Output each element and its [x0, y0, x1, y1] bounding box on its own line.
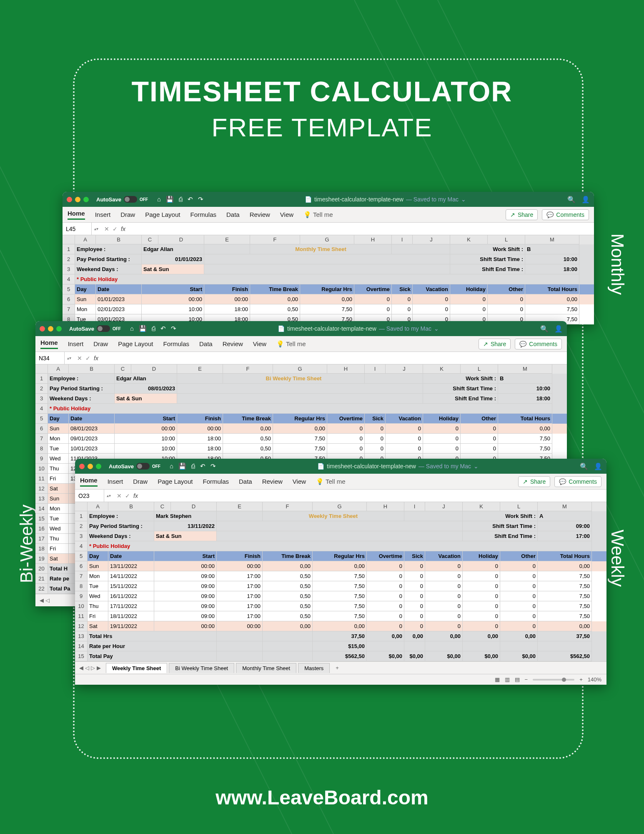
column-header[interactable]: D — [171, 502, 217, 511]
cell[interactable] — [217, 531, 463, 541]
ribbon-tab-view[interactable]: View — [280, 211, 293, 218]
column-header[interactable]: G — [273, 364, 327, 374]
cell[interactable]: 0,50 — [263, 601, 313, 611]
cell[interactable]: Shift Start Time : — [423, 384, 498, 394]
cell[interactable]: 0 — [500, 581, 538, 591]
row-header[interactable]: 2 — [35, 384, 48, 394]
cell[interactable]: 09:00 — [538, 521, 592, 531]
cancel-formula-icon[interactable]: ✕ — [77, 355, 82, 362]
cell[interactable]: 18:00 — [177, 434, 223, 444]
cell[interactable]: 17:00 — [217, 581, 263, 591]
column-header[interactable]: K — [450, 235, 488, 244]
cell[interactable]: 0,00 — [300, 294, 354, 304]
cell[interactable] — [204, 254, 450, 264]
cell[interactable]: 00:00 — [154, 621, 217, 631]
cell[interactable]: Thu — [88, 601, 108, 611]
row-header[interactable]: 7 — [35, 434, 48, 444]
cell[interactable]: Shift Start Time : — [450, 254, 525, 264]
cell[interactable]: 10:00 — [142, 304, 204, 314]
cell[interactable]: 0 — [463, 591, 500, 601]
cell[interactable]: 0 — [404, 591, 425, 601]
namebox-dropdown-icon[interactable]: ▴▾ — [92, 226, 101, 231]
cell[interactable]: 0,00 — [313, 561, 367, 571]
cell[interactable]: 17:00 — [217, 591, 263, 601]
cell[interactable]: Overtime — [367, 551, 404, 561]
cell[interactable]: Vacation — [386, 414, 423, 424]
cell[interactable]: Start — [154, 551, 217, 561]
ribbon-tab-formulas[interactable]: Formulas — [203, 478, 229, 485]
column-header[interactable]: F — [223, 364, 273, 374]
cell[interactable]: Sat & Sun — [142, 264, 204, 274]
row-header[interactable]: 4 — [35, 404, 48, 414]
column-header[interactable]: F — [263, 502, 313, 511]
ribbon-tab-page-layout[interactable]: Page Layout — [158, 478, 193, 485]
row-header[interactable]: 3 — [35, 394, 48, 404]
cell[interactable] — [263, 631, 313, 641]
cell[interactable]: Mon — [48, 504, 69, 514]
cell[interactable]: 7,50 — [300, 304, 354, 314]
cell[interactable]: $0,00 — [404, 651, 425, 661]
cell[interactable]: Sat & Sun — [115, 394, 177, 404]
cell[interactable]: 0 — [463, 561, 500, 571]
cell[interactable]: 0 — [500, 601, 538, 611]
cell[interactable]: Total Hours — [498, 414, 552, 424]
print-icon[interactable]: ⎙ — [179, 196, 183, 203]
cell[interactable] — [204, 264, 450, 274]
cell[interactable]: 0,00 — [263, 561, 313, 571]
cell[interactable]: 0 — [423, 424, 461, 434]
cell[interactable]: Shift End Time : — [423, 394, 498, 404]
ribbon-tab-insert[interactable]: Insert — [68, 340, 84, 347]
cell[interactable]: 0 — [425, 581, 463, 591]
cell[interactable]: 37,50 — [538, 631, 592, 641]
row-header[interactable]: 4 — [75, 541, 88, 551]
column-header[interactable]: L — [488, 235, 525, 244]
ribbon-tab-data[interactable]: Data — [199, 340, 213, 347]
search-icon[interactable]: 🔍 — [540, 325, 549, 333]
row-header[interactable]: 2 — [63, 254, 75, 264]
cell[interactable]: 0 — [367, 591, 404, 601]
cell[interactable]: 0 — [463, 581, 500, 591]
ribbon-tab-view[interactable]: View — [293, 478, 306, 485]
ribbon-tab-view[interactable]: View — [253, 340, 266, 347]
cell[interactable]: Edgar Allan — [142, 244, 204, 254]
cell[interactable] — [463, 641, 500, 651]
cell[interactable]: 17:00 — [538, 531, 592, 541]
tab-nav-first-icon[interactable]: ◀ — [40, 597, 44, 603]
ribbon-tab-draw[interactable]: Draw — [120, 211, 135, 218]
home-icon[interactable]: ⌂ — [157, 196, 161, 203]
cell[interactable]: Holiday — [450, 284, 488, 294]
cell[interactable]: 0 — [386, 434, 423, 444]
cell[interactable]: 01/01/2023 — [142, 254, 204, 264]
cell[interactable]: 7,50 — [313, 571, 367, 581]
maximize-icon[interactable] — [56, 326, 62, 332]
column-header[interactable]: J — [386, 364, 423, 374]
undo-icon[interactable]: ↶ — [200, 462, 205, 470]
cell[interactable]: 0 — [461, 434, 498, 444]
column-header[interactable]: E — [177, 364, 223, 374]
sheet-tab[interactable]: Monthly Time Sheet — [236, 663, 296, 673]
cell[interactable]: 18:00 — [204, 304, 250, 314]
column-header[interactable]: H — [354, 235, 392, 244]
cell[interactable]: 0 — [500, 561, 538, 571]
comments-button[interactable]: 💬 Comments — [542, 209, 589, 220]
cell[interactable]: 0 — [404, 571, 425, 581]
cell[interactable]: Sun — [88, 561, 108, 571]
cell[interactable]: * Public Holiday — [48, 404, 552, 414]
cell[interactable]: Total Hours — [525, 284, 579, 294]
row-header[interactable]: 12 — [35, 484, 48, 494]
cell[interactable]: Sat — [48, 484, 69, 494]
share-button[interactable]: ↗ Share — [479, 339, 511, 349]
column-header[interactable]: B — [69, 364, 115, 374]
autosave-toggle[interactable]: AutoSaveOFF — [69, 325, 121, 332]
cell[interactable]: 0 — [404, 601, 425, 611]
cell[interactable]: 0 — [392, 304, 413, 314]
cell[interactable] — [263, 641, 313, 651]
column-header[interactable]: C — [115, 364, 131, 374]
cell[interactable]: Employee : — [75, 244, 142, 254]
ribbon-tab-draw[interactable]: Draw — [133, 478, 148, 485]
cell[interactable]: Mon — [48, 434, 69, 444]
search-icon[interactable]: 🔍 — [567, 196, 576, 203]
cell[interactable]: 0,00 — [273, 424, 327, 434]
cell[interactable]: 0 — [463, 571, 500, 581]
cell[interactable]: 7,50 — [538, 601, 592, 611]
